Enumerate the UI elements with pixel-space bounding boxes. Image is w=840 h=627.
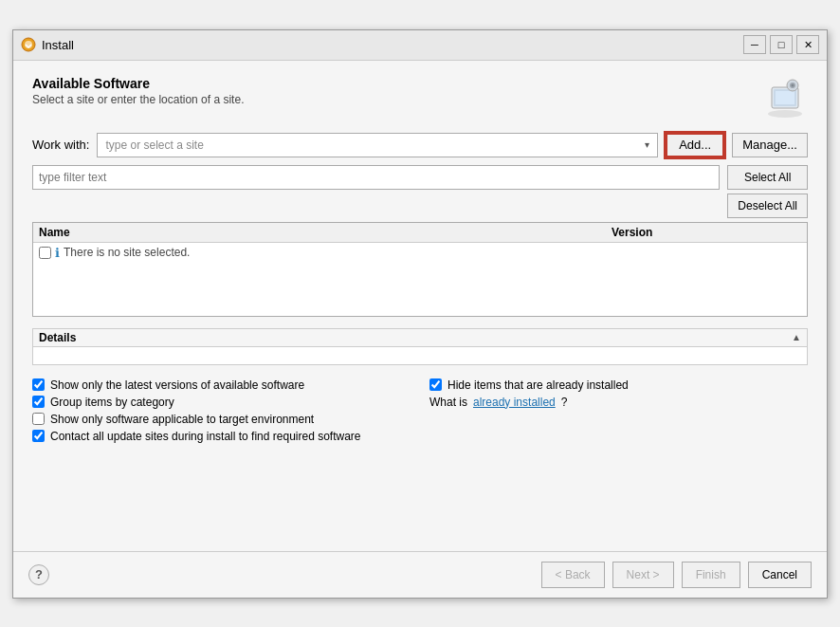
column-version-header: Version xyxy=(612,226,801,239)
show-applicable-option[interactable]: Show only software applicable to target … xyxy=(32,413,411,426)
next-button[interactable]: Next > xyxy=(612,562,674,588)
contact-update-sites-option[interactable]: Contact all update sites during install … xyxy=(32,430,808,443)
show-applicable-checkbox[interactable] xyxy=(32,413,45,425)
details-label-text: Details xyxy=(39,331,76,344)
what-is-installed-suffix: ? xyxy=(561,396,568,409)
table-wrapper: Name Version ℹ There is no site selected… xyxy=(32,222,808,317)
close-button[interactable]: ✕ xyxy=(796,35,819,54)
column-name-header: Name xyxy=(39,226,612,239)
table-header: Name Version xyxy=(33,223,807,243)
install-icon xyxy=(21,37,36,52)
title-bar-left: Install xyxy=(21,37,74,52)
title-bar: Install ─ □ ✕ xyxy=(13,30,827,61)
maximize-button[interactable]: □ xyxy=(770,35,793,54)
show-latest-option[interactable]: Show only the latest versions of availab… xyxy=(32,378,411,392)
page-subtitle: Select a site or enter the location of a… xyxy=(32,93,244,106)
cancel-button[interactable]: Cancel xyxy=(748,562,812,588)
select-all-button[interactable]: Select All xyxy=(727,165,808,190)
work-with-dropdown[interactable]: type or select a site xyxy=(101,134,653,157)
options-section: Show only the latest versions of availab… xyxy=(32,378,808,536)
back-button[interactable]: < Back xyxy=(541,562,605,588)
svg-point-8 xyxy=(792,83,794,86)
options-grid: Show only the latest versions of availab… xyxy=(32,378,808,443)
show-latest-label: Show only the latest versions of availab… xyxy=(50,378,304,392)
header-section: Available Software Select a site or ente… xyxy=(32,76,808,121)
page-title: Available Software xyxy=(32,76,244,91)
minimize-button[interactable]: ─ xyxy=(743,35,766,54)
work-with-select-inner: type or select a site ▾ xyxy=(101,134,653,157)
select-deselect-col: Select All Deselect All xyxy=(727,165,808,218)
table-row: ℹ There is no site selected. xyxy=(33,243,807,263)
title-bar-title: Install xyxy=(42,38,74,52)
work-with-row: Work with: type or select a site ▾ Add..… xyxy=(32,133,808,157)
header-icon xyxy=(762,76,808,121)
install-dialog: Install ─ □ ✕ Available Software Select … xyxy=(12,29,828,599)
help-button[interactable]: ? xyxy=(28,564,49,585)
work-with-select-wrapper: type or select a site ▾ xyxy=(97,133,658,157)
svg-rect-5 xyxy=(776,91,794,104)
work-with-label: Work with: xyxy=(32,138,89,152)
contact-update-sites-label: Contact all update sites during install … xyxy=(50,430,361,443)
details-section: Details ▲ xyxy=(32,328,808,365)
show-applicable-label: Show only software applicable to target … xyxy=(50,413,314,426)
title-bar-controls: ─ □ ✕ xyxy=(743,35,819,54)
filter-area: Select All Deselect All xyxy=(32,165,808,218)
deselect-all-button[interactable]: Deselect All xyxy=(727,194,808,218)
hide-installed-label: Hide items that are already installed xyxy=(447,378,629,392)
scroll-icon: ▲ xyxy=(792,332,801,342)
group-by-category-option[interactable]: Group items by category xyxy=(32,396,411,409)
filter-input[interactable] xyxy=(32,165,720,190)
row-checkbox[interactable] xyxy=(39,247,51,259)
group-by-category-checkbox[interactable] xyxy=(32,396,45,408)
cd-icon xyxy=(764,78,806,120)
finish-button[interactable]: Finish xyxy=(682,562,740,588)
table-area: Name Version ℹ There is no site selected… xyxy=(32,222,808,317)
svg-point-2 xyxy=(768,110,802,118)
show-latest-checkbox[interactable] xyxy=(32,378,45,391)
hide-installed-option[interactable]: Hide items that are already installed xyxy=(429,378,808,392)
group-by-category-label: Group items by category xyxy=(50,396,174,409)
what-is-installed-prefix: What is xyxy=(429,396,467,409)
bottom-bar: ? < Back Next > Finish Cancel xyxy=(13,551,827,598)
manage-button[interactable]: Manage... xyxy=(732,133,808,157)
main-content: Available Software Select a site or ente… xyxy=(13,61,827,551)
no-site-text: There is no site selected. xyxy=(64,246,190,259)
hide-installed-checkbox[interactable] xyxy=(429,378,442,391)
details-content xyxy=(32,346,808,365)
header-text: Available Software Select a site or ente… xyxy=(32,76,244,106)
info-icon: ℹ xyxy=(55,246,60,260)
what-is-installed-row: What is already installed ? xyxy=(429,396,808,409)
bottom-left: ? xyxy=(28,564,49,585)
contact-update-sites-checkbox[interactable] xyxy=(32,430,45,442)
bottom-right: < Back Next > Finish Cancel xyxy=(541,562,812,588)
details-label: Details ▲ xyxy=(32,328,808,346)
already-installed-link[interactable]: already installed xyxy=(473,396,556,409)
add-button[interactable]: Add... xyxy=(666,133,724,157)
